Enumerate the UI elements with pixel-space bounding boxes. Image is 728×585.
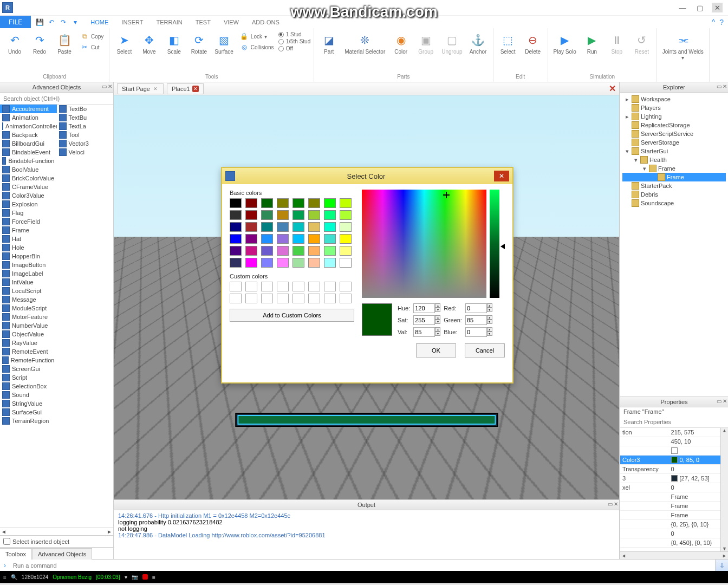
- custom-color-swatch[interactable]: [292, 282, 304, 291]
- color-swatch[interactable]: [230, 246, 242, 256]
- color-swatch[interactable]: [261, 234, 273, 244]
- custom-color-swatch[interactable]: [277, 294, 289, 303]
- object-item[interactable]: BoolValue: [0, 165, 57, 174]
- object-item[interactable]: Sound: [0, 391, 57, 399]
- object-item[interactable]: TerrainRegion: [0, 417, 57, 425]
- color-swatch[interactable]: [277, 234, 289, 244]
- object-item[interactable]: ImageButton: [0, 261, 57, 269]
- close-button[interactable]: ✕: [712, 3, 723, 12]
- color-swatch[interactable]: [308, 234, 320, 244]
- custom-color-swatch[interactable]: [292, 294, 304, 303]
- property-row[interactable]: {0, 25}, {0, 10}: [620, 520, 728, 529]
- part-button[interactable]: ◪Part: [317, 30, 340, 56]
- panel-float-icon[interactable]: ▭: [102, 83, 107, 89]
- color-swatch[interactable]: [245, 210, 257, 220]
- property-row[interactable]: tion215, 575: [620, 428, 728, 437]
- color-swatch[interactable]: [324, 198, 336, 208]
- color-swatch[interactable]: [308, 258, 320, 268]
- object-item[interactable]: RayValue: [0, 339, 57, 347]
- close-icon[interactable]: ✕: [152, 86, 159, 92]
- close-all-tabs-icon[interactable]: ✕: [609, 83, 616, 94]
- object-item[interactable]: LocalScript: [0, 287, 57, 295]
- object-item[interactable]: Vector3: [57, 139, 114, 148]
- color-swatch[interactable]: [324, 210, 336, 220]
- object-item[interactable]: Hat: [0, 235, 57, 243]
- color-swatch[interactable]: [277, 246, 289, 256]
- custom-color-swatch[interactable]: [308, 294, 320, 303]
- blue-input[interactable]: [465, 327, 487, 337]
- custom-color-swatch[interactable]: [261, 282, 273, 291]
- properties-list[interactable]: tion215, 575450, 10Color30, 85, 0…Transp…: [620, 428, 728, 551]
- panel-float-icon[interactable]: ▭: [608, 501, 613, 507]
- tree-node[interactable]: Soundscape: [622, 199, 726, 207]
- cut-button[interactable]: ✂Cut: [78, 42, 106, 52]
- tab-addons[interactable]: ADD-ONS: [245, 17, 286, 28]
- property-row[interactable]: [620, 446, 728, 456]
- custom-color-swatch[interactable]: [308, 282, 320, 291]
- property-row[interactable]: Color30, 85, 0…: [620, 456, 728, 465]
- object-list-hscroll[interactable]: ◄►: [0, 528, 113, 535]
- color-swatch[interactable]: [340, 222, 352, 232]
- color-swatch[interactable]: [261, 246, 273, 256]
- panel-float-icon[interactable]: ▭: [717, 398, 722, 404]
- maximize-button[interactable]: ▢: [694, 3, 705, 12]
- lock-button[interactable]: 🔒Lock ▾: [238, 31, 276, 41]
- properties-vscroll[interactable]: ▲▼: [720, 428, 728, 551]
- color-swatch[interactable]: [245, 234, 257, 244]
- object-item[interactable]: ScreenGui: [0, 365, 57, 373]
- custom-color-swatch[interactable]: [230, 294, 242, 303]
- color-swatch[interactable]: [261, 198, 273, 208]
- custom-color-swatch[interactable]: [340, 294, 352, 303]
- property-row[interactable]: Frame: [620, 511, 728, 520]
- color-swatch[interactable]: [340, 246, 352, 256]
- property-row[interactable]: Transparency0: [620, 465, 728, 474]
- object-item[interactable]: ObjectValue: [0, 330, 57, 339]
- properties-hscroll[interactable]: ◄►: [620, 551, 728, 559]
- object-item[interactable]: AnimationController: [0, 122, 57, 131]
- save-icon[interactable]: 💾: [35, 18, 44, 27]
- bc-stop-icon[interactable]: ■: [152, 574, 155, 580]
- color-swatch[interactable]: [230, 198, 242, 208]
- object-item[interactable]: TextBu: [57, 113, 114, 122]
- object-item[interactable]: Backpack: [0, 131, 57, 139]
- tree-node[interactable]: ▾Health: [622, 155, 726, 164]
- object-item[interactable]: RemoteFunction: [0, 356, 57, 365]
- custom-color-swatch[interactable]: [261, 294, 273, 303]
- property-row[interactable]: 0: [620, 529, 728, 538]
- object-item[interactable]: SurfaceGui: [0, 408, 57, 417]
- explorer-tree[interactable]: ▸WorkspacePlayers▸LightingReplicatedStor…: [620, 93, 728, 396]
- dialog-close-button[interactable]: ✕: [494, 171, 509, 181]
- color-swatch[interactable]: [292, 234, 304, 244]
- toolbox-tab[interactable]: Toolbox: [0, 548, 32, 560]
- object-item[interactable]: Flag: [0, 209, 57, 217]
- custom-color-swatch[interactable]: [277, 282, 289, 291]
- color-swatch[interactable]: [277, 222, 289, 232]
- green-spinner[interactable]: ▴▾: [487, 315, 492, 325]
- tree-node[interactable]: Debris: [622, 190, 726, 199]
- green-input[interactable]: [465, 315, 487, 325]
- color-swatch[interactable]: [324, 246, 336, 256]
- custom-color-swatch[interactable]: [340, 282, 352, 291]
- stop-button[interactable]: ⏸Stop: [606, 30, 628, 56]
- tab-terrain[interactable]: TERRAIN: [150, 17, 188, 28]
- surface-tool-button[interactable]: ▧Surface: [212, 30, 235, 56]
- tab-home[interactable]: HOME: [84, 17, 115, 28]
- object-item[interactable]: BindableFunction: [0, 157, 57, 165]
- close-icon[interactable]: ✕: [192, 86, 199, 92]
- panel-close-icon[interactable]: ✕: [723, 398, 727, 404]
- color-swatch[interactable]: [292, 246, 304, 256]
- object-item[interactable]: BillboardGui: [0, 139, 57, 148]
- color-swatch[interactable]: [245, 222, 257, 232]
- sat-input[interactable]: [413, 315, 435, 325]
- object-item[interactable]: CFrameValue: [0, 183, 57, 191]
- color-swatch[interactable]: [277, 210, 289, 220]
- object-item[interactable]: Accoutrement: [0, 105, 57, 113]
- snap-1stud[interactable]: 1 Stud: [278, 31, 311, 37]
- help-icon[interactable]: ?: [719, 18, 724, 27]
- play-solo-button[interactable]: ▶Play Solo: [551, 30, 578, 56]
- color-swatch[interactable]: [308, 246, 320, 256]
- object-item[interactable]: TextLa: [57, 122, 114, 131]
- doc-tab-startpage[interactable]: Start Page✕: [117, 83, 164, 94]
- color-swatch[interactable]: [292, 258, 304, 268]
- color-swatch[interactable]: [245, 198, 257, 208]
